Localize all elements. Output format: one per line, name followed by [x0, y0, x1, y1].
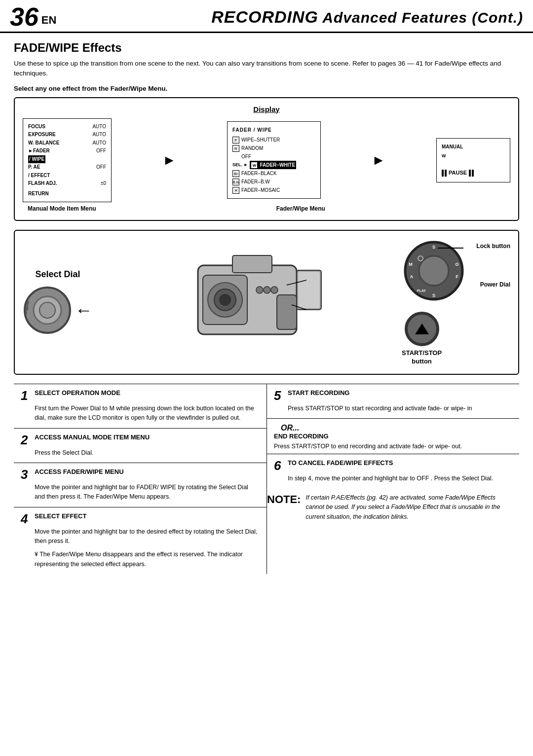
display-screens: FOCUSAUTO EXPOSUREAUTO W. BALANCEAUTO ►F…	[23, 118, 510, 203]
start-stop-label: START/STOP button	[402, 349, 442, 366]
screen-labels: Manual Mode Item Menu Fader/Wipe Menu	[23, 205, 510, 212]
note-body: If certain P.AE/Effects (pg. 42) are act…	[305, 493, 512, 522]
svg-text:S: S	[432, 293, 435, 298]
step5-number: 5	[274, 389, 285, 402]
intro-text: Use these to spice up the transition fro…	[14, 59, 519, 79]
step-5: 5 START RECORDING Press START/STOP to st…	[267, 384, 519, 418]
step2-body: Press the Select Dial.	[21, 448, 260, 458]
page-body: FADE/WIPE Effects Use these to spice up …	[0, 33, 533, 590]
svg-rect-8	[232, 255, 272, 273]
page-header: 36 EN RECORDING Advanced Features (Cont.…	[0, 0, 533, 33]
step-4: 4 SELECT EFFECT Move the pointer and hig…	[14, 507, 266, 575]
svg-point-13	[271, 287, 278, 293]
step3-number: 3	[21, 468, 32, 481]
step4-number: 4	[21, 512, 32, 525]
subtitle-label: Advanced Features (Cont.)	[322, 9, 523, 26]
step4-footnote: ¥ The Fader/Wipe Menu disappears and the…	[21, 550, 260, 569]
start-stop-arrow	[415, 324, 429, 334]
start-stop-section: START/STOP button	[402, 312, 442, 366]
select-instruction: Select any one effect from the Fader/Wip…	[14, 85, 519, 92]
page-number: 36	[10, 4, 38, 30]
svg-text:O: O	[455, 262, 458, 267]
camera-diagram: Select Dial ←	[14, 230, 519, 375]
step5-body: Press START/STOP to start recording and …	[274, 404, 512, 413]
select-dial-svg	[23, 286, 72, 335]
steps-grid: 1 SELECT OPERATION MODE First turn the P…	[14, 384, 519, 574]
arrow1-icon: ►	[162, 152, 176, 168]
camera-body	[98, 246, 397, 359]
header-title: RECORDING Advanced Features (Cont.)	[211, 7, 523, 27]
svg-point-18	[419, 256, 449, 286]
step2-number: 2	[21, 433, 32, 446]
start-stop-button-icon	[405, 312, 439, 346]
right-controls: S S M O A F PLAY Lock button Power Dial	[402, 239, 510, 366]
step6-number: 6	[274, 459, 285, 472]
or-section: OR... END RECORDING Press START/STOP to …	[267, 418, 519, 453]
svg-text:M: M	[409, 262, 413, 267]
step-3: 3 ACCESS FADER/WIPE MENU Move the pointe…	[14, 463, 266, 507]
note-title: NOTE:	[267, 493, 301, 522]
fader-wipe-screen: FADER / WIPE PWIPE–SHUTTER RRANDOM OFF S…	[227, 121, 321, 199]
step3-title: ACCESS FADER/WIPE MENU	[35, 468, 124, 476]
select-dial-label: Select Dial	[35, 269, 80, 280]
step4-title: SELECT EFFECT	[35, 512, 86, 521]
or-label: OR...	[274, 421, 512, 432]
note-section: NOTE: If certain P.AE/Effects (pg. 42) a…	[267, 488, 519, 527]
step1-number: 1	[21, 389, 32, 402]
svg-text:A: A	[410, 274, 414, 279]
svg-point-7	[219, 294, 231, 306]
lock-line	[438, 248, 463, 249]
power-dial-label: Power Dial	[480, 281, 510, 288]
end-recording-title: END RECORDING	[274, 432, 512, 440]
svg-point-11	[256, 287, 263, 293]
lock-button-label: Lock button	[476, 243, 510, 250]
svg-text:PLAY: PLAY	[417, 289, 426, 292]
select-dial-section: Select Dial ←	[23, 269, 93, 335]
step2-title: ACCESS MANUAL MODE ITEM MENU	[35, 433, 150, 442]
step-2: 2 ACCESS MANUAL MODE ITEM MENU Press the…	[14, 428, 266, 463]
step-1: 1 SELECT OPERATION MODE First turn the P…	[14, 384, 266, 428]
camera-svg	[168, 246, 326, 359]
svg-text:F: F	[456, 274, 458, 279]
step-6: 6 TO CANCEL FADE/WIPE EFFECTS In step 4,…	[267, 454, 519, 488]
end-recording-body: Press START/STOP to end recording and ac…	[274, 442, 512, 451]
manual-mode-screen: FOCUSAUTO EXPOSUREAUTO W. BALANCEAUTO ►F…	[23, 118, 112, 203]
svg-point-2	[39, 302, 55, 318]
step6-title: TO CANCEL FADE/WIPE EFFECTS	[288, 459, 393, 468]
screen1-label: Manual Mode Item Menu	[28, 205, 96, 212]
left-column: 1 SELECT OPERATION MODE First turn the P…	[14, 384, 266, 574]
step4-body: Move the pointer and highlight bar to th…	[21, 527, 260, 546]
svg-text:S: S	[432, 245, 435, 250]
screen2-label: Fader/Wipe Menu	[276, 205, 325, 212]
section-title: FADE/WIPE Effects	[14, 41, 519, 55]
arrow2-icon: ►	[372, 152, 385, 168]
power-dial-svg: S S M O A F PLAY	[402, 239, 466, 303]
right-column: 5 START RECORDING Press START/STOP to st…	[266, 384, 519, 574]
svg-rect-14	[277, 295, 297, 329]
step3-body: Move the pointer and highlight bar to FA…	[21, 483, 260, 502]
svg-rect-10	[298, 272, 320, 308]
display-label: Display	[23, 105, 510, 113]
svg-point-12	[264, 287, 270, 293]
step6-body: In step 4, move the pointer and highligh…	[274, 474, 512, 483]
display-box: Display FOCUSAUTO EXPOSUREAUTO W. BALANC…	[14, 97, 519, 221]
step5-title: START RECORDING	[288, 389, 349, 397]
manual-screen: MANUALW PAUSE	[436, 138, 510, 182]
page-en: EN	[41, 14, 57, 27]
recording-label: RECORDING	[211, 7, 318, 26]
step1-body: First turn the Power Dial to M while pre…	[21, 404, 260, 423]
step1-title: SELECT OPERATION MODE	[35, 389, 120, 397]
